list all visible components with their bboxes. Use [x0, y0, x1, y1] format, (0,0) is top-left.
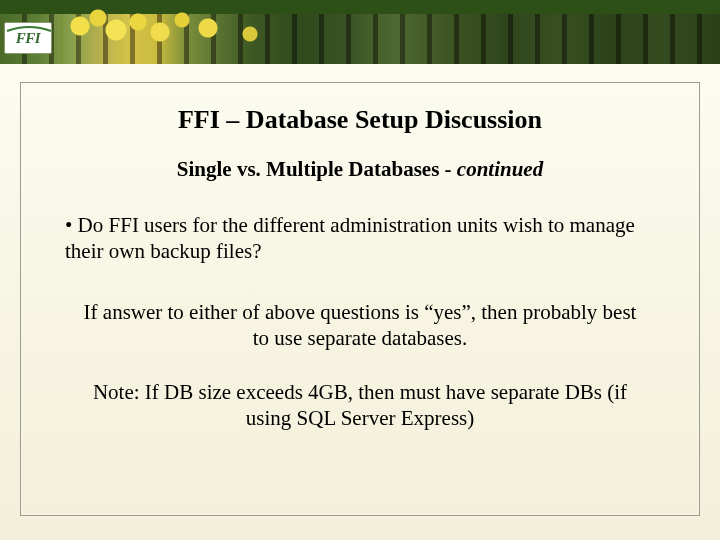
- subtitle-main: Single vs. Multiple Databases -: [177, 157, 457, 181]
- subtitle-continued: continued: [457, 157, 543, 181]
- slide-subtitle: Single vs. Multiple Databases - continue…: [55, 157, 665, 182]
- slide-content-frame: FFI – Database Setup Discussion Single v…: [20, 82, 700, 516]
- header-banner: FFI: [0, 0, 720, 64]
- bullet-point-1: • Do FFI users for the different adminis…: [65, 212, 659, 265]
- paragraph-answer: If answer to either of above questions i…: [73, 299, 647, 352]
- slide-title: FFI – Database Setup Discussion: [55, 105, 665, 135]
- ffi-logo: FFI: [4, 22, 52, 54]
- logo-swoosh-icon: [5, 25, 53, 33]
- paragraph-note: Note: If DB size exceeds 4GB, then must …: [85, 379, 635, 432]
- banner-photo-strip: [0, 14, 720, 64]
